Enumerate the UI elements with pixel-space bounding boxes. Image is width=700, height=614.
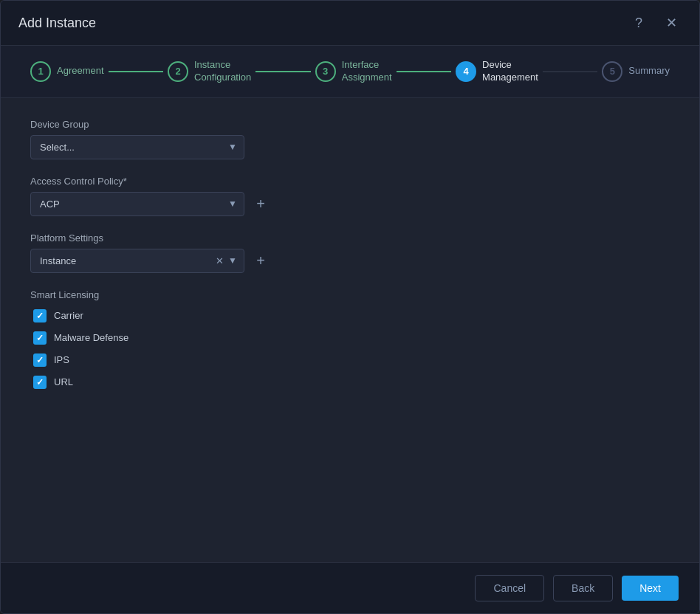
acp-select-row: ACP Policy 1 Policy 2 ▼ + <box>30 192 303 216</box>
close-button[interactable]: ✕ <box>661 13 682 33</box>
wizard-steps: 1 Agreement 2 InstanceConfiguration 3 In… <box>1 46 699 98</box>
step-connector-4 <box>543 71 597 72</box>
step-1: 1 Agreement <box>30 61 104 82</box>
modal-footer: Cancel Back Next <box>1 562 699 613</box>
platform-settings-label: Platform Settings <box>30 232 670 244</box>
step-4-label: DeviceManagement <box>482 59 538 84</box>
step-2-circle: 2 <box>168 61 188 82</box>
device-group-label: Device Group <box>30 119 670 130</box>
step-3-label: InterfaceAssignment <box>342 59 392 84</box>
step-2: 2 InstanceConfiguration <box>168 59 251 84</box>
back-button[interactable]: Back <box>553 575 613 601</box>
help-button[interactable]: ? <box>628 13 649 33</box>
step-1-label: Agreement <box>57 65 104 77</box>
url-checkbox-box[interactable] <box>33 376 47 389</box>
acp-select[interactable]: ACP Policy 1 Policy 2 <box>30 192 244 216</box>
step-5-circle: 5 <box>602 61 622 82</box>
smart-licensing-label: Smart Licensing <box>30 289 670 300</box>
step-3-circle: 3 <box>315 61 336 82</box>
smart-licensing-group: Smart Licensing Carrier Malware Defense … <box>30 289 670 389</box>
device-group-select-wrapper: Select... Group 1 Group 2 ▼ <box>30 135 244 159</box>
platform-settings-add-button[interactable]: + <box>250 250 271 271</box>
malware-defense-checkbox-box[interactable] <box>33 331 47 345</box>
step-connector-1 <box>109 71 163 72</box>
carrier-checkbox-box[interactable] <box>33 309 47 322</box>
ips-checkbox-box[interactable] <box>33 353 47 367</box>
platform-settings-select-row: Instance Setting 1 Setting 2 ✕ ▼ + <box>30 249 303 273</box>
ips-label: IPS <box>54 354 69 365</box>
malware-defense-label: Malware Defense <box>54 332 128 343</box>
platform-settings-select-wrapper: Instance Setting 1 Setting 2 ✕ ▼ <box>30 249 244 273</box>
device-group-group: Device Group Select... Group 1 Group 2 ▼ <box>30 119 670 159</box>
device-group-select[interactable]: Select... Group 1 Group 2 <box>30 135 244 159</box>
modal-body: Device Group Select... Group 1 Group 2 ▼… <box>1 98 699 562</box>
header-icons: ? ✕ <box>628 13 682 33</box>
url-checkbox-item[interactable]: URL <box>33 376 670 389</box>
carrier-checkbox-item[interactable]: Carrier <box>33 309 670 322</box>
platform-settings-clear-icon[interactable]: ✕ <box>216 255 224 266</box>
ips-checkbox-item[interactable]: IPS <box>33 353 670 367</box>
acp-label: Access Control Policy* <box>30 176 670 187</box>
step-1-circle: 1 <box>30 61 51 82</box>
step-2-label: InstanceConfiguration <box>194 59 251 84</box>
url-label: URL <box>54 376 73 387</box>
acp-select-wrapper: ACP Policy 1 Policy 2 ▼ <box>30 192 244 216</box>
malware-defense-checkbox-item[interactable]: Malware Defense <box>33 331 670 345</box>
step-4: 4 DeviceManagement <box>456 59 538 84</box>
step-5-label: Summary <box>628 65 670 77</box>
carrier-label: Carrier <box>54 310 83 321</box>
step-connector-2 <box>255 71 310 72</box>
step-connector-3 <box>397 71 451 72</box>
modal-title: Add Instance <box>18 15 96 31</box>
platform-settings-select[interactable]: Instance Setting 1 Setting 2 <box>30 249 244 273</box>
acp-add-button[interactable]: + <box>250 193 271 214</box>
platform-settings-group: Platform Settings Instance Setting 1 Set… <box>30 232 670 273</box>
step-3: 3 InterfaceAssignment <box>315 59 392 84</box>
modal-header: Add Instance ? ✕ <box>1 1 699 46</box>
add-instance-modal: Add Instance ? ✕ 1 Agreement 2 InstanceC… <box>0 0 700 614</box>
next-button[interactable]: Next <box>622 576 679 601</box>
acp-group: Access Control Policy* ACP Policy 1 Poli… <box>30 176 670 216</box>
step-4-circle: 4 <box>456 61 476 82</box>
step-5: 5 Summary <box>602 61 670 82</box>
cancel-button[interactable]: Cancel <box>475 575 544 601</box>
smart-licensing-checkboxes: Carrier Malware Defense IPS URL <box>33 309 670 389</box>
